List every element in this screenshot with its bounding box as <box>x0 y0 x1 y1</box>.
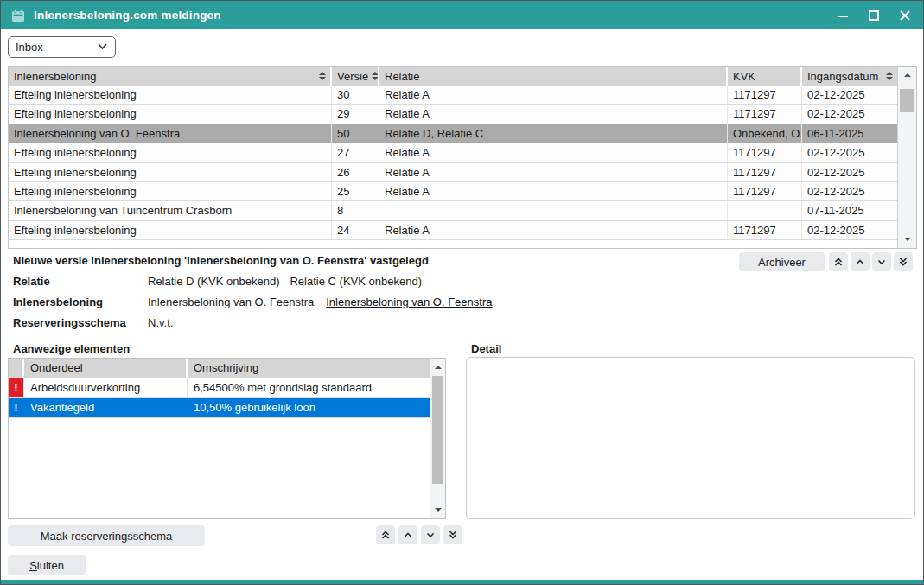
inbox-row-selected[interactable]: Inlenersbeloning van O. Feenstra 50 Rela… <box>9 124 916 143</box>
window-controls <box>835 8 913 23</box>
message-title: Nieuwe versie inlenersbeloning 'Inleners… <box>13 254 429 267</box>
relatie-value: Relatie D (KVK onbekend)Relatie C (KVK o… <box>148 275 422 288</box>
next-message-button[interactable] <box>872 252 891 271</box>
column-header-versie[interactable]: Versie <box>332 67 379 86</box>
last-message-button[interactable] <box>894 252 913 271</box>
reserveringsschema-value: N.v.t. <box>148 316 173 329</box>
inlenersbeloning-link[interactable]: Inlenersbeloning van O. Feenstra <box>326 296 492 308</box>
warning-icon: ! <box>9 378 24 397</box>
column-header-ingangsdatum[interactable]: Ingangsdatum <box>802 67 897 86</box>
warning-icon: ! <box>9 398 24 417</box>
scroll-down-icon[interactable] <box>430 503 445 517</box>
inbox-row[interactable]: Inlenersbeloning van Tuincentrum Crasbor… <box>9 201 916 220</box>
inbox-table-scrollbar[interactable] <box>897 67 916 248</box>
scroll-down-icon[interactable] <box>898 232 916 246</box>
scrollbar-thumb[interactable] <box>432 376 443 484</box>
last-element-button[interactable] <box>443 525 462 544</box>
column-header-relatie[interactable]: Relatie <box>379 67 728 86</box>
inbox-row[interactable]: Efteling inlenersbeloning 30 Relatie A 1… <box>9 86 916 105</box>
column-header-omschrijving[interactable]: Omschrijving <box>188 359 431 378</box>
column-header-onderdeel[interactable]: Onderdeel <box>24 359 188 378</box>
window-bottom-accent <box>1 580 923 584</box>
elements-table-header: Onderdeel Omschrijving <box>9 359 445 378</box>
calendar-app-icon <box>11 9 25 22</box>
column-header-kvk[interactable]: KVK <box>728 67 802 86</box>
sort-icon <box>319 72 326 80</box>
app-window: Inlenersbeloning.com meldingen Inbox Inl… <box>0 0 924 585</box>
sort-icon <box>886 72 893 80</box>
inbox-row[interactable]: Efteling inlenersbeloning 27 Relatie A 1… <box>9 143 916 162</box>
minimize-icon[interactable] <box>835 8 851 23</box>
elements-heading: Aanwezige elementen <box>13 342 130 355</box>
make-reservation-schema-button[interactable]: Maak reserveringsschema <box>8 525 205 546</box>
column-header-warning <box>9 359 24 378</box>
inbox-table: Inlenersbeloning Versie Relatie KVK Inga… <box>8 66 917 249</box>
window-title: Inlenersbeloning.com meldingen <box>34 9 221 22</box>
scroll-up-icon[interactable] <box>430 360 445 374</box>
next-element-button[interactable] <box>421 525 440 544</box>
scrollbar-thumb[interactable] <box>900 89 914 112</box>
sort-icon <box>372 72 379 80</box>
archive-button[interactable]: Archiveer <box>739 252 825 271</box>
previous-element-button[interactable] <box>398 525 417 544</box>
previous-message-button[interactable] <box>851 252 870 271</box>
element-row-selected[interactable]: ! Vakantiegeld 10,50% gebruikelijk loon <box>9 398 445 418</box>
inlenersbeloning-value: Inlenersbeloning van O. FeenstraInleners… <box>148 296 492 308</box>
column-header-inlenersbeloning[interactable]: Inlenersbeloning <box>9 67 332 86</box>
inbox-table-header: Inlenersbeloning Versie Relatie KVK Inga… <box>9 67 916 86</box>
inbox-row[interactable]: Efteling inlenersbeloning 26 Relatie A 1… <box>9 163 916 182</box>
inbox-row[interactable]: Efteling inlenersbeloning 24 Relatie A 1… <box>9 221 916 240</box>
inlenersbeloning-label: Inlenersbeloning <box>13 296 103 308</box>
inbox-row[interactable]: Efteling inlenersbeloning 25 Relatie A 1… <box>9 182 916 201</box>
mailbox-selected-value: Inbox <box>16 41 97 54</box>
elements-table: Onderdeel Omschrijving ! Arbeidsduurverk… <box>8 358 446 519</box>
reserveringsschema-label: Reserveringsschema <box>13 316 126 329</box>
detail-panel <box>466 357 915 519</box>
scroll-up-icon[interactable] <box>898 68 916 82</box>
chevron-down-icon <box>97 40 108 55</box>
titlebar: Inlenersbeloning.com meldingen <box>1 1 923 29</box>
close-icon[interactable] <box>897 8 913 23</box>
mailbox-select[interactable]: Inbox <box>8 36 116 58</box>
first-element-button[interactable] <box>376 525 395 544</box>
inbox-row[interactable]: Efteling inlenersbeloning 29 Relatie A 1… <box>9 105 916 124</box>
first-message-button[interactable] <box>829 252 848 271</box>
detail-heading: Detail <box>471 342 501 355</box>
maximize-icon[interactable] <box>866 8 882 23</box>
element-row[interactable]: ! Arbeidsduurverkorting 6,54500% met gro… <box>9 378 445 398</box>
relatie-label: Relatie <box>13 275 50 288</box>
elements-table-scrollbar[interactable] <box>430 359 445 518</box>
close-button[interactable]: Sluiten <box>8 555 86 575</box>
